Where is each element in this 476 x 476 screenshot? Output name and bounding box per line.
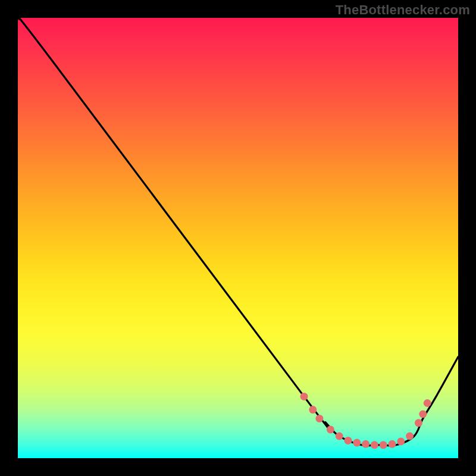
curve-line: [18, 18, 458, 446]
data-marker: [300, 393, 308, 400]
watermark-text: TheBottleneсker.com: [336, 2, 470, 18]
data-marker: [389, 440, 396, 448]
data-marker: [397, 437, 405, 445]
data-marker: [327, 425, 334, 433]
data-marker: [336, 433, 343, 440]
curve-svg: [18, 18, 458, 458]
data-marker: [362, 440, 369, 448]
data-marker: [424, 399, 431, 407]
marker-group: [300, 393, 431, 449]
data-marker: [309, 406, 317, 414]
plot-area: [18, 18, 458, 458]
data-marker: [315, 415, 323, 422]
data-marker: [415, 419, 422, 427]
data-marker: [345, 437, 352, 444]
data-marker: [380, 441, 387, 449]
data-marker: [353, 439, 361, 447]
chart-frame: TheBottleneсker.com: [0, 0, 476, 476]
data-marker: [419, 411, 427, 418]
data-marker: [406, 433, 414, 440]
data-marker: [371, 441, 378, 449]
